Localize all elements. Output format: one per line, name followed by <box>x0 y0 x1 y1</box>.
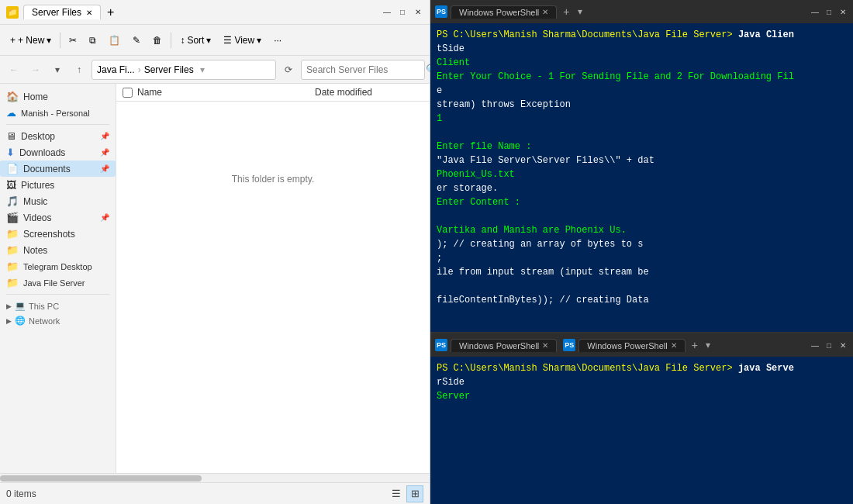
view-btn[interactable]: ☰ View ▾ <box>218 31 267 50</box>
minimize-btn[interactable]: — <box>382 7 392 18</box>
ps-line-16: ); // creating an array of bytes to s <box>437 237 847 251</box>
new-icon: + <box>10 35 16 46</box>
search-input[interactable] <box>306 64 423 75</box>
new-btn[interactable]: + + New ▾ <box>5 31 57 50</box>
sidebar-item-videos[interactable]: 🎬 Videos 📌 <box>0 209 116 226</box>
ps-top-content: PS C:\Users\Manish Sharma\Documents\Java… <box>430 23 853 332</box>
sidebar-divider-2 <box>6 294 109 295</box>
sidebar-item-home[interactable]: 🏠 Home <box>0 88 116 105</box>
item-count: 0 items <box>6 488 36 499</box>
tab-close-btn[interactable]: ✕ <box>86 9 92 17</box>
col-date-header: Date modified <box>315 87 423 98</box>
powershell-container: PS Windows PowerShell ✕ + ▾ — □ ✕ PS C:\… <box>430 0 853 504</box>
ps-top-close[interactable]: ✕ <box>837 6 848 17</box>
ps-top-tab-close[interactable]: ✕ <box>542 8 548 16</box>
sidebar-item-javafileserver[interactable]: 📁 Java File Server <box>0 274 116 291</box>
sidebar-item-telegram[interactable]: 📁 Telegram Desktop <box>0 258 116 274</box>
sidebar-item-screenshots[interactable]: 📁 Screenshots <box>0 226 116 242</box>
paste-btn[interactable]: 📋 <box>103 31 126 50</box>
new-dropdown-icon: ▾ <box>47 35 51 46</box>
ps-bottom-dropdown[interactable]: ▾ <box>704 340 712 350</box>
explorer-tabs: Server Files ✕ + <box>23 5 117 19</box>
pin-icon-4: 📌 <box>100 213 109 222</box>
close-btn[interactable]: ✕ <box>413 7 423 18</box>
ps-top-minimize[interactable]: — <box>810 6 820 17</box>
empty-folder-message: This folder is empty. <box>116 102 430 257</box>
refresh-btn[interactable]: ⟳ <box>279 60 298 79</box>
explorer-main: 🏠 Home ☁ Manish - Personal 🖥 Desktop 📌 ⬇… <box>0 84 430 473</box>
delete-btn[interactable]: 🗑 <box>147 31 167 50</box>
desktop-icon: 🖥 <box>6 130 16 142</box>
telegram-icon: 📁 <box>6 261 19 272</box>
new-tab-btn[interactable]: + <box>104 5 117 19</box>
ps-bottom-controls: — □ ✕ <box>810 340 848 350</box>
copy-btn[interactable]: ⧉ <box>84 31 102 50</box>
ps-bottom-minimize[interactable]: — <box>810 340 820 350</box>
grid-view-btn[interactable]: ⊞ <box>406 485 423 502</box>
horizontal-scrollbar[interactable] <box>0 473 430 482</box>
sidebar-item-notes[interactable]: 📁 Notes <box>0 242 116 258</box>
cloud-icon: ☁ <box>6 107 16 119</box>
ps-bottom-tab-1-label: Windows PowerShell <box>459 341 539 350</box>
back-btn[interactable]: ← <box>5 60 23 79</box>
list-view-btn[interactable]: ☰ <box>388 485 405 502</box>
notes-icon: 📁 <box>6 244 19 256</box>
ps-line-12: er storage. <box>437 181 847 195</box>
ps-bottom-close[interactable]: ✕ <box>837 340 848 350</box>
ps-top-dropdown[interactable]: ▾ <box>576 6 584 17</box>
sidebar-item-pictures[interactable]: 🖼 Pictures <box>0 177 116 193</box>
sidebar-item-documents[interactable]: 📄 Documents 📌 <box>0 161 116 177</box>
ps-top-maximize[interactable]: □ <box>824 6 834 17</box>
ps-top-icon: PS <box>435 5 447 18</box>
ps-bot-line-1: PS C:\Users\Manish Sharma\Documents\Java… <box>437 361 847 375</box>
recent-btn[interactable]: ▾ <box>48 60 67 79</box>
path-separator: › <box>138 64 141 75</box>
address-path[interactable]: Java Fi... › Server Files ▾ <box>92 60 276 80</box>
ps-top-add-tab[interactable]: + <box>560 5 572 18</box>
ps-bottom-window: PS Windows PowerShell ✕ PS Windows Power… <box>430 333 853 504</box>
search-box[interactable]: 🔍 <box>301 60 425 80</box>
ps-line-1: PS C:\Users\Manish Sharma\Documents\Java… <box>437 28 847 42</box>
sidebar-item-music[interactable]: 🎵 Music <box>0 193 116 209</box>
rename-btn[interactable]: ✎ <box>127 31 146 50</box>
view-dropdown-icon: ▾ <box>257 35 261 46</box>
ps-bottom-add-tab[interactable]: + <box>689 339 701 351</box>
ps-line-18: ile from input stream (input stream be <box>437 265 847 279</box>
ps-bottom-tab-1[interactable]: Windows PowerShell ✕ <box>451 339 557 352</box>
file-list: Name Date modified This folder is empty. <box>116 84 430 473</box>
ps-line-15: Vartika and Manish are Phoenix Us. <box>437 223 847 237</box>
maximize-btn[interactable]: □ <box>397 7 408 18</box>
select-all-checkbox[interactable] <box>123 88 133 98</box>
downloads-icon: ⬇ <box>6 147 15 158</box>
sidebar-group-network[interactable]: ▶ 🌐 Network <box>0 312 116 327</box>
ps-line-9: Enter file Name : <box>437 140 847 154</box>
sidebar-item-desktop[interactable]: 🖥 Desktop 📌 <box>0 128 116 144</box>
ps-line-8 <box>437 126 847 140</box>
ps-bottom-tab-2-label: Windows PowerShell <box>587 341 667 350</box>
ps-bottom-tab-2-close[interactable]: ✕ <box>671 341 677 350</box>
ps-top-tab[interactable]: Windows PowerShell ✕ <box>451 5 557 19</box>
explorer-tab-active[interactable]: Server Files ✕ <box>23 5 101 19</box>
explorer-icon: 📁 <box>6 6 19 19</box>
ps-bottom-maximize[interactable]: □ <box>824 340 834 350</box>
sidebar-item-personal[interactable]: ☁ Manish - Personal <box>0 105 116 121</box>
ps-bottom-tab-2[interactable]: Windows PowerShell ✕ <box>578 339 685 352</box>
sort-icon: ↕ <box>180 35 185 46</box>
sidebar-item-downloads[interactable]: ⬇ Downloads 📌 <box>0 144 116 161</box>
forward-btn[interactable]: → <box>26 60 45 79</box>
status-bar: 0 items ☰ ⊞ <box>0 482 430 504</box>
cut-btn[interactable]: ✂ <box>64 31 82 50</box>
up-btn[interactable]: ↑ <box>70 60 88 79</box>
ps-bottom-tab-1-close[interactable]: ✕ <box>542 341 548 350</box>
ps-line-6: stream) throws Exception <box>437 98 847 112</box>
documents-icon: 📄 <box>6 163 19 174</box>
scrollbar-track <box>0 475 430 482</box>
ps-line-4: Enter Your Choice - 1 For Sending File a… <box>437 70 847 84</box>
explorer-title-bar: 📁 Server Files ✕ + — □ ✕ <box>0 0 430 25</box>
sort-btn[interactable]: ↕ Sort ▾ <box>174 31 216 50</box>
ps-top-title-bar: PS Windows PowerShell ✕ + ▾ — □ ✕ <box>430 0 853 23</box>
more-btn[interactable]: ··· <box>268 31 287 50</box>
jfs-icon: 📁 <box>6 277 19 288</box>
sidebar-group-thispc[interactable]: ▶ 💻 This PC <box>0 298 116 312</box>
scrollbar-thumb[interactable] <box>0 475 202 482</box>
